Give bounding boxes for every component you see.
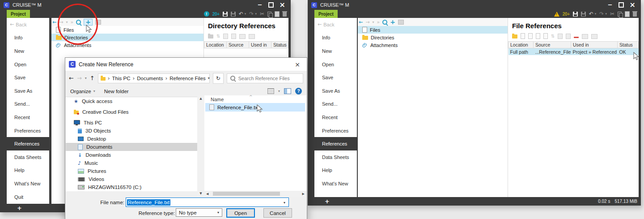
sidebar-item-new[interactable]: New (314, 44, 357, 58)
add-directory-icon[interactable] (208, 34, 213, 39)
nav-item-this-pc[interactable]: This PC (66, 119, 197, 127)
sidebar-item-recent[interactable]: Recent (7, 111, 49, 124)
copy-icon[interactable] (267, 12, 271, 17)
add-tab-button[interactable]: + (17, 205, 22, 211)
column-header-location[interactable]: Location (204, 42, 227, 48)
redo-icon[interactable]: ↷ (599, 11, 604, 17)
tab-project[interactable]: Project (314, 10, 338, 18)
delete-icon[interactable] (633, 12, 637, 17)
edit-list-icon[interactable]: ⇅ (216, 34, 220, 39)
file-list-hscrollbar[interactable]: ◀ ▶ (204, 191, 306, 197)
new-folder-button[interactable]: New folder (104, 89, 129, 94)
organize-button[interactable]: Organize▾ (70, 89, 95, 94)
tree-item-directories[interactable]: Directories (51, 34, 203, 41)
scroll-down-icon[interactable]: ▼ (199, 192, 202, 195)
redo-dropdown-icon[interactable]: ▾ (255, 12, 257, 16)
nav-item-downloads[interactable]: ↓Downloads (66, 151, 197, 159)
name-column-header[interactable]: Name ^ (204, 95, 306, 103)
tree-item-files[interactable]: Files (358, 26, 508, 34)
sidebar-item-preferences[interactable]: Preferences (7, 124, 49, 137)
maximize-button[interactable] (268, 2, 274, 8)
search-icon[interactable] (76, 20, 81, 25)
up-button[interactable]: ↑ (90, 75, 95, 82)
forward-button[interactable]: → (77, 75, 82, 82)
column-header-location[interactable]: Location (508, 42, 534, 48)
view-mode-dropdown-icon[interactable]: ▾ (278, 89, 280, 93)
sidebar-item-save[interactable]: Save (7, 71, 49, 84)
sidebar-item-save[interactable]: Save (314, 71, 357, 84)
breadcrumb-this-pc[interactable]: This PC (112, 76, 131, 81)
column-header-source[interactable]: Source (227, 42, 249, 48)
paste-icon[interactable] (625, 11, 630, 17)
move-down-icon[interactable] (231, 34, 236, 39)
scrollbar-thumb[interactable] (213, 192, 280, 196)
column-header-status[interactable]: Status (271, 42, 288, 48)
cancel-button[interactable]: Cancel (263, 208, 292, 218)
apply-reference-icon[interactable] (543, 33, 548, 39)
scroll-right-icon[interactable]: ▶ (302, 192, 305, 196)
sidebar-item-quit[interactable]: Quit (7, 190, 49, 204)
nav-item-pictures[interactable]: Pictures (66, 167, 197, 175)
nav-item-c-drive[interactable]: HRZAGWN116570 (C:) (66, 183, 197, 191)
sidebar-item-help[interactable]: Help (7, 164, 49, 177)
add-file-icon[interactable] (512, 34, 517, 39)
jump-to-icon[interactable]: » (377, 19, 380, 25)
reference-type-select[interactable]: No type ▾ (176, 208, 222, 217)
paste-icon[interactable] (275, 11, 280, 17)
list-view-icon[interactable] (95, 20, 101, 25)
address-dropdown-icon[interactable]: ▾ (208, 76, 210, 80)
move-down-icon[interactable] (566, 34, 571, 39)
sidebar-item-references[interactable]: References (314, 137, 357, 150)
sidebar-item-save-as[interactable]: Save As (7, 84, 49, 98)
list-view-icon[interactable] (398, 20, 404, 25)
reference-table-row[interactable]: Full path ...Reference_File.txt Project … (508, 48, 639, 56)
close-button[interactable]: × (630, 2, 636, 8)
undo-icon[interactable]: ↶ (589, 11, 593, 17)
tree-item-directories[interactable]: Directories (358, 34, 508, 41)
table-tool-icon[interactable] (582, 34, 588, 39)
add-tab-button[interactable]: + (325, 198, 330, 205)
undo-icon[interactable]: ↶ (239, 11, 243, 17)
sidebar-item-help[interactable]: Help (314, 164, 357, 177)
nav-item-documents[interactable]: Documents (66, 143, 197, 151)
add-reference-button[interactable]: + (390, 20, 395, 25)
search-input[interactable]: Search Reference Files (227, 73, 303, 83)
nav-item-quick-access[interactable]: ★Quick access (66, 97, 197, 105)
breadcrumb-reference-files[interactable]: Reference Files (169, 76, 206, 81)
undo-dropdown-icon[interactable]: ▾ (245, 12, 246, 16)
minimize-button[interactable]: − (258, 3, 263, 7)
cut-icon[interactable]: ✂ (610, 11, 614, 17)
tree-item-attachments[interactable]: Attachments (358, 41, 508, 49)
redo-dropdown-icon[interactable]: ▾ (605, 12, 607, 16)
tree-item-files[interactable]: Files (51, 26, 203, 34)
minimize-button[interactable]: − (608, 3, 613, 7)
message-badge-icon[interactable]: ! (204, 11, 209, 17)
copy-reference-icon[interactable] (528, 33, 533, 39)
sidebar-item-references[interactable]: References (7, 137, 49, 150)
back-button[interactable]: ← (69, 75, 74, 82)
table-export-icon[interactable] (591, 34, 597, 39)
edit-reference-icon[interactable] (521, 33, 525, 39)
maximize-button[interactable] (619, 2, 624, 8)
file-name-dropdown-icon[interactable]: ▾ (284, 201, 285, 205)
recent-locations-icon[interactable]: ▾ (85, 76, 87, 80)
file-list-item[interactable]: Reference_File.txt (205, 103, 305, 112)
jump-to-icon[interactable]: » (70, 19, 73, 25)
view-mode-icon[interactable] (267, 88, 274, 94)
edit-list-icon[interactable]: ⇅ (551, 34, 555, 39)
nav-dropdown-icon[interactable]: ▾ (372, 20, 374, 24)
search-icon[interactable] (382, 20, 387, 25)
warning-badge-icon[interactable]: ! (554, 12, 559, 17)
scroll-up-icon[interactable]: ▲ (199, 97, 202, 100)
column-header-source[interactable]: Source (534, 42, 571, 48)
sidebar-item-back[interactable]: ←Back (314, 18, 357, 31)
sidebar-item-open[interactable]: Open (7, 58, 49, 71)
sidebar-item-whats-new[interactable]: What's New (7, 177, 49, 190)
cut-icon[interactable]: ✂ (260, 11, 264, 17)
column-header-used-in[interactable]: Used in (249, 42, 271, 48)
sidebar-item-info[interactable]: Info (314, 31, 357, 45)
table-tool-icon[interactable] (239, 34, 246, 39)
sidebar-item-info[interactable]: Info (7, 31, 49, 45)
add-reference-button[interactable]: + (84, 19, 93, 26)
refresh-button[interactable]: ↻ (213, 73, 224, 84)
